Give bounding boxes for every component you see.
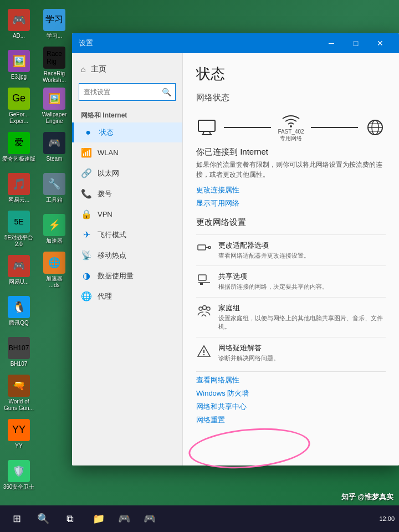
airplane-icon: ✈ <box>81 229 92 240</box>
icon-wygame[interactable]: 🎮 网易U... <box>2 250 35 289</box>
sidebar-item-data[interactable]: ◑ 数据使用量 <box>72 265 182 286</box>
search-input[interactable] <box>79 83 176 101</box>
icon-racerig[interactable]: RaceRig RaceRigWorksh... <box>38 45 71 84</box>
icon-yy[interactable]: YY YY <box>2 415 35 453</box>
icon-wymusic[interactable]: 🎵 网易云... <box>2 168 35 207</box>
icon-bh107[interactable]: BH107 BH107 <box>2 332 35 371</box>
search-box: 🔍 <box>79 83 176 101</box>
sidebar-item-wlan[interactable]: 📶 WLAN <box>72 142 182 163</box>
sidebar-label-data: 数据使用量 <box>98 271 134 281</box>
svg-point-12 <box>208 247 211 249</box>
network-reset-link[interactable]: 网络重置 <box>196 415 386 425</box>
close-button[interactable]: ✕ <box>368 33 392 53</box>
sidebar-item-dial[interactable]: 📞 拨号 <box>72 183 182 204</box>
settings-window: 设置 ─ □ ✕ ⌂ 主页 🔍 网络和 Internet <box>72 33 399 466</box>
sharing-icon <box>196 273 212 290</box>
icon-360security[interactable]: 🛡️ 360安全卫士 <box>2 456 35 494</box>
window-title: 设置 <box>79 38 319 48</box>
change-network-title: 更改网络设置 <box>196 217 386 228</box>
taskbar-app-steam[interactable]: 🎮 <box>137 507 162 531</box>
sidebar-item-ethernet[interactable]: 🔗 以太网 <box>72 163 182 183</box>
warning-icon <box>196 344 212 362</box>
taskbar-app-file[interactable]: 📁 <box>86 507 111 531</box>
taskbar: ⊞ 🔍 ⧉ 📁 🎮 🎮 12:00 <box>0 505 399 532</box>
homegroup-title: 家庭组 <box>218 303 386 313</box>
sidebar-label-hotspot: 移动热点 <box>98 250 126 260</box>
window-controls: ─ □ ✕ <box>319 33 392 53</box>
network-type: 专用网络 <box>280 135 302 142</box>
desktop: 🎮 AD... 🖼️ E3.jpg Ge GeFor...Exper... 爱 … <box>0 0 399 532</box>
troubleshoot-desc: 诊断并解决网络问题。 <box>218 354 386 362</box>
connected-text: 你已连接到 Internet <box>196 147 386 157</box>
taskbar-time: 12:00 <box>379 515 395 522</box>
search-icon: 🔍 <box>162 88 171 96</box>
hotspot-icon: 📡 <box>81 250 92 260</box>
icon-toolbox[interactable]: 🔧 工具箱 <box>38 168 71 207</box>
homegroup-option: 家庭组 设置家庭组，以便与网络上的其他电脑共享图片、音乐、文件机。 <box>196 297 386 337</box>
icon-worldofguns[interactable]: 🔫 World of Guns Gun... <box>2 374 35 412</box>
taskview-button[interactable]: ⧉ <box>58 507 82 531</box>
sidebar-item-vpn[interactable]: 🔒 VPN <box>72 204 182 224</box>
homegroup-desc: 设置家庭组，以便与网络上的其他电脑共享图片、音乐、文件机。 <box>218 314 386 331</box>
proxy-icon: 🌐 <box>81 291 92 301</box>
view-network-props-link[interactable]: 查看网络属性 <box>196 375 386 385</box>
globe-node <box>365 119 386 136</box>
icon-ad[interactable]: 🎮 AD... <box>2 4 35 43</box>
home-label: 主页 <box>91 64 106 74</box>
adapter-desc: 查看网络适配器并更改连接设置。 <box>218 252 386 260</box>
icon-study[interactable]: 学习 学习... <box>38 4 71 43</box>
taskbar-app-game[interactable]: 🎮 <box>112 507 136 531</box>
line-left <box>224 127 271 128</box>
network-section-heading: 网络状态 <box>196 93 386 103</box>
icon-5e[interactable]: 5E 5E对战平台2.0 <box>2 209 35 248</box>
wifi-node: FAST_402 专用网络 <box>278 112 304 142</box>
icon-geforce[interactable]: Ge GeFor...Exper... <box>2 86 35 125</box>
minimize-button[interactable]: ─ <box>319 33 344 53</box>
svg-point-16 <box>199 307 202 310</box>
svg-point-18 <box>207 307 210 310</box>
search-button[interactable]: 🔍 <box>31 507 55 531</box>
adapter-icon <box>196 242 212 259</box>
description-text: 如果你的流量套餐有限制，则你可以将此网络设置为按流费的连接，或者更改其他属性。 <box>196 160 386 180</box>
network-sharing-center-link[interactable]: 网络和共享中心 <box>196 402 386 412</box>
status-icon: ● <box>83 127 94 137</box>
change-properties-link[interactable]: 更改连接属性 <box>196 185 386 195</box>
maximize-button[interactable]: □ <box>344 33 368 53</box>
svg-point-17 <box>203 305 207 309</box>
show-networks-link[interactable]: 显示可用网络 <box>196 198 386 208</box>
icon-e3jpg[interactable]: 🖼️ E3.jpg <box>2 45 35 84</box>
start-button[interactable]: ⊞ <box>4 507 29 531</box>
settings-sidebar: ⌂ 主页 🔍 网络和 Internet ● 状态 📶 WLAN 🔗 <box>72 53 183 466</box>
icon-iqiyi[interactable]: 爱 爱奇艺极速版 <box>2 127 35 166</box>
svg-point-4 <box>290 125 292 127</box>
data-icon: ◑ <box>81 270 92 281</box>
divider1 <box>196 371 386 372</box>
homegroup-icon <box>196 304 212 322</box>
vpn-icon: 🔒 <box>81 209 92 219</box>
title-bar: 设置 ─ □ ✕ <box>72 33 399 53</box>
icon-wallpaper[interactable]: 🖼️ WallpaperEngine <box>38 86 71 125</box>
sharing-option: 共享选项 根据所连接的网络，决定要共享的内容。 <box>196 265 386 296</box>
svg-point-21 <box>203 354 204 355</box>
wlan-icon: 📶 <box>81 147 92 158</box>
sharing-title: 共享选项 <box>218 272 386 282</box>
sidebar-section-label: 网络和 Internet <box>72 105 182 122</box>
icon-steam[interactable]: 🎮 Steam <box>38 127 71 166</box>
icon-netacc[interactable]: 🌐 加速器...ds <box>38 250 71 289</box>
icon-accelerator[interactable]: ⚡ 加速器 <box>38 209 71 248</box>
sidebar-item-hotspot[interactable]: 📡 移动热点 <box>72 245 182 265</box>
sharing-desc: 根据所连接的网络，决定要共享的内容。 <box>218 283 386 291</box>
svg-rect-15 <box>200 283 203 285</box>
sidebar-item-status[interactable]: ● 状态 <box>72 122 182 142</box>
troubleshoot-option: 网络疑难解答 诊断并解决网络问题。 <box>196 337 386 368</box>
sidebar-home[interactable]: ⌂ 主页 <box>72 60 182 79</box>
windows-firewall-link[interactable]: Windows 防火墙 <box>196 388 386 398</box>
dial-icon: 📞 <box>81 188 92 199</box>
sidebar-label-vpn: VPN <box>98 210 112 218</box>
svg-rect-0 <box>198 120 215 131</box>
sidebar-item-proxy[interactable]: 🌐 代理 <box>72 286 182 306</box>
svg-rect-10 <box>198 245 206 250</box>
sidebar-label-ethernet: 以太网 <box>98 168 119 178</box>
sidebar-item-airplane[interactable]: ✈ 飞行模式 <box>72 224 182 245</box>
icon-qq[interactable]: 🐧 腾讯QQ <box>2 291 35 330</box>
